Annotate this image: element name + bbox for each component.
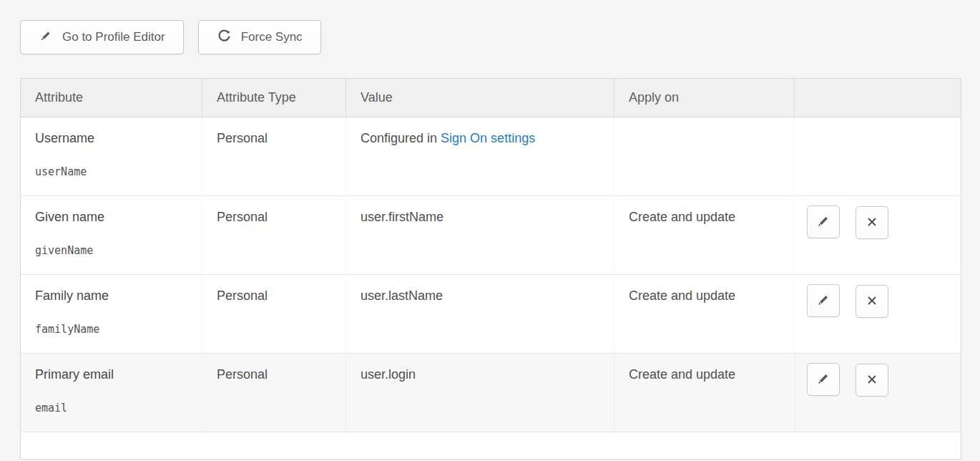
delete-attribute-button[interactable] [856, 206, 888, 239]
table-row-family-name: Family name familyName Personal user.las… [21, 275, 961, 354]
empty-cell [21, 432, 961, 460]
close-icon [865, 215, 879, 231]
attribute-label: Given name [35, 210, 195, 225]
close-icon [865, 372, 879, 389]
attribute-label: Primary email [35, 367, 195, 382]
attribute-cell: Primary email email [21, 354, 202, 432]
table-row-username: Username userName Personal Configured in… [21, 117, 961, 196]
attribute-cell: Given name givenName [21, 196, 202, 275]
value-cell: user.login [346, 354, 614, 432]
force-sync-label: Force Sync [241, 30, 303, 44]
attribute-type-cell: Personal [202, 275, 346, 354]
attribute-variable: givenName [35, 244, 195, 257]
value-cell: Configured in Sign On settings [346, 117, 614, 196]
toolbar: Go to Profile Editor Force Sync [20, 20, 961, 54]
apply-on-cell: Create and update [614, 196, 795, 275]
header-actions [795, 79, 961, 117]
apply-on-cell [614, 117, 795, 196]
close-icon [865, 293, 879, 310]
attribute-label: Username [35, 131, 195, 146]
actions-cell [795, 117, 961, 196]
table-row-primary-email: Primary email email Personal user.login … [21, 354, 961, 432]
edit-attribute-button[interactable] [807, 363, 840, 396]
attribute-cell: Username userName [21, 117, 202, 196]
refresh-icon [217, 28, 232, 47]
attribute-type-cell: Personal [202, 196, 346, 275]
apply-on-cell: Create and update [614, 275, 795, 354]
force-sync-button[interactable]: Force Sync [198, 20, 321, 54]
value-cell: user.lastName [346, 275, 614, 354]
actions-cell [795, 275, 961, 354]
pencil-icon [815, 371, 831, 389]
value-cell: user.firstName [346, 196, 614, 275]
actions-cell [795, 196, 961, 275]
apply-on-cell: Create and update [614, 354, 795, 432]
header-attribute-type: Attribute Type [202, 79, 346, 117]
edit-attribute-button[interactable] [807, 284, 840, 317]
attribute-label: Family name [35, 288, 195, 304]
attribute-mapping-table: Attribute Attribute Type Value Apply on … [20, 78, 961, 460]
delete-attribute-button[interactable] [856, 364, 888, 397]
table-row-empty [21, 432, 961, 460]
attribute-variable: email [35, 402, 195, 414]
delete-attribute-button[interactable] [856, 285, 888, 318]
table-header: Attribute Attribute Type Value Apply on [21, 79, 961, 117]
attribute-mappings-page: Go to Profile Editor Force Sync Attribut… [0, 0, 980, 460]
table-row-given-name: Given name givenName Personal user.first… [21, 196, 961, 275]
attribute-variable: userName [35, 165, 195, 178]
pencil-icon [815, 213, 831, 231]
attribute-cell: Family name familyName [21, 275, 202, 354]
header-value: Value [346, 79, 614, 117]
value-text: Configured in [361, 131, 441, 145]
attribute-type-cell: Personal [202, 354, 346, 432]
go-to-profile-editor-label: Go to Profile Editor [62, 30, 165, 44]
go-to-profile-editor-button[interactable]: Go to Profile Editor [20, 20, 184, 54]
attribute-type-cell: Personal [202, 117, 346, 196]
header-attribute: Attribute [21, 79, 202, 117]
attribute-variable: familyName [35, 323, 195, 336]
header-apply-on: Apply on [614, 79, 795, 117]
edit-attribute-button[interactable] [807, 205, 840, 238]
pencil-icon [39, 29, 53, 47]
actions-cell [795, 354, 961, 432]
pencil-icon [815, 292, 831, 310]
sign-on-settings-link[interactable]: Sign On settings [441, 131, 535, 145]
